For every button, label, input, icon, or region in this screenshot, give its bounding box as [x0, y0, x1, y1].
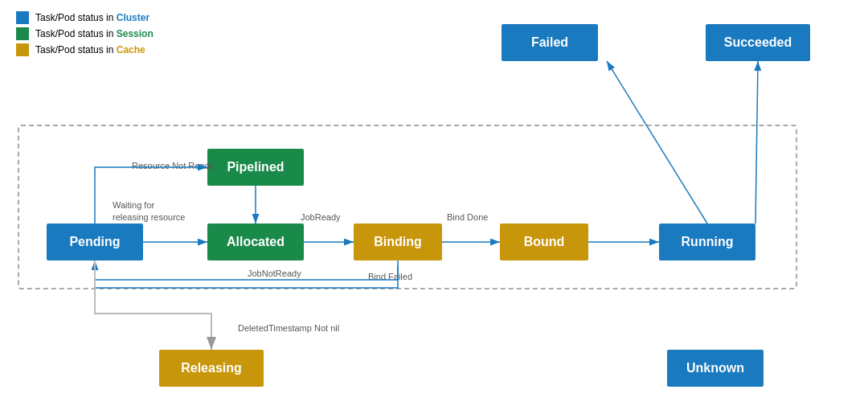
- state-bound: Bound: [500, 224, 588, 260]
- state-unknown: Unknown: [667, 350, 764, 387]
- label-bind-done: Bind Done: [447, 212, 488, 222]
- state-pending: Pending: [47, 224, 143, 260]
- state-pipelined: Pipelined: [207, 149, 304, 186]
- state-releasing: Releasing: [159, 350, 264, 387]
- label-resource-not-ready: Resource Not Ready: [132, 161, 214, 170]
- state-succeeded: Succeeded: [706, 24, 810, 61]
- label-jobready: JobReady: [301, 212, 341, 222]
- label-deleted-timestamp: DeletedTimestamp Not nil: [238, 323, 339, 333]
- legend-cluster: Task/Pod status in Cluster: [16, 11, 154, 24]
- legend-session: Task/Pod status in Session: [16, 27, 154, 40]
- state-allocated: Allocated: [207, 224, 304, 260]
- label-bind-failed: Bind Failed: [368, 272, 412, 281]
- legend-label-session: Task/Pod status in Session: [35, 28, 154, 39]
- legend-box-session: [16, 27, 29, 40]
- state-binding: Binding: [354, 224, 442, 260]
- state-failed: Failed: [502, 24, 598, 61]
- label-jobnotready: JobNotReady: [248, 269, 301, 278]
- legend-cache: Task/Pod status in Cache: [16, 43, 154, 56]
- legend-label-cluster: Task/Pod status in Cluster: [35, 12, 149, 23]
- legend-label-cache: Task/Pod status in Cache: [35, 44, 145, 55]
- label-waiting-releasing: Waiting forreleasing resource: [113, 199, 186, 224]
- legend-box-cache: [16, 43, 29, 56]
- legend-box-cluster: [16, 11, 29, 24]
- legend: Task/Pod status in Cluster Task/Pod stat…: [16, 11, 154, 56]
- state-running: Running: [659, 224, 755, 260]
